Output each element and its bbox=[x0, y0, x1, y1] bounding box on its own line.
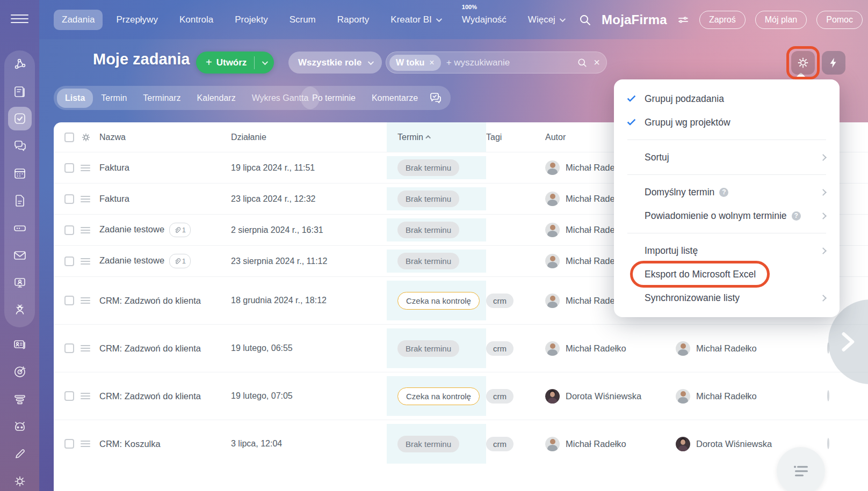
select-all-checkbox[interactable] bbox=[64, 133, 74, 142]
topbar-tab-kreator-bi[interactable]: Kreator BI bbox=[382, 10, 449, 30]
list-view-fab[interactable] bbox=[777, 447, 825, 491]
table-settings-gear-icon[interactable] bbox=[81, 132, 91, 143]
row-checkbox[interactable] bbox=[64, 439, 74, 449]
status-circle[interactable] bbox=[827, 390, 829, 401]
task-name[interactable]: CRM: Zadzwoń do klienta bbox=[99, 391, 201, 401]
deadline-pill[interactable]: Brak terminu bbox=[397, 253, 459, 269]
sidebar-item-feed[interactable] bbox=[8, 78, 32, 105]
comments-check-icon[interactable] bbox=[428, 91, 442, 105]
view-tab-lista[interactable]: Lista bbox=[57, 89, 93, 108]
status-circle[interactable] bbox=[827, 438, 829, 449]
sidebar-item-chat[interactable] bbox=[8, 132, 32, 159]
table-row[interactable]: CRM: Zadzwoń do klienta 19 lutego, 06:55… bbox=[54, 324, 868, 372]
deadline-pill[interactable]: Brak terminu bbox=[397, 436, 459, 452]
avatar[interactable] bbox=[545, 437, 560, 451]
menu-icon[interactable] bbox=[11, 12, 28, 24]
tag-badge[interactable]: crm bbox=[486, 294, 513, 308]
row-checkbox[interactable] bbox=[64, 194, 74, 204]
remove-filter-icon[interactable]: × bbox=[429, 58, 434, 68]
sidebar-item-network[interactable] bbox=[8, 50, 32, 78]
search-input[interactable] bbox=[441, 57, 577, 68]
col-header-nazwa[interactable]: Nazwa bbox=[99, 133, 231, 142]
col-header-termin[interactable]: Termin bbox=[387, 122, 486, 152]
task-name[interactable]: CRM: Zadzwoń do klienta bbox=[99, 296, 201, 305]
row-checkbox[interactable] bbox=[64, 296, 74, 305]
deadline-pill[interactable]: Brak terminu bbox=[397, 159, 459, 176]
sidebar-item-mail[interactable] bbox=[8, 241, 32, 269]
clear-search-icon[interactable]: × bbox=[594, 56, 600, 69]
create-button[interactable]: +Utwórz bbox=[196, 52, 274, 74]
view-tab-termin[interactable]: Termin bbox=[93, 89, 135, 108]
tag-badge[interactable]: crm bbox=[486, 437, 513, 451]
col-header-tagi[interactable]: Tagi bbox=[486, 133, 545, 142]
topbar-tab-raporty[interactable]: Raporty bbox=[329, 10, 378, 30]
search-icon[interactable] bbox=[578, 13, 592, 27]
drag-handle-icon[interactable] bbox=[81, 345, 90, 351]
drag-handle-icon[interactable] bbox=[81, 297, 90, 304]
create-dropdown-caret[interactable] bbox=[255, 61, 274, 65]
avatar[interactable] bbox=[545, 294, 560, 308]
row-checkbox[interactable] bbox=[64, 163, 74, 173]
task-name[interactable]: CRM: Koszulka bbox=[99, 439, 161, 449]
sidebar-item-tasks[interactable] bbox=[8, 107, 32, 130]
roles-filter-button[interactable]: Wszystkie role bbox=[288, 52, 382, 74]
menu-item-sortuj[interactable]: Sortuj bbox=[614, 145, 840, 169]
sidebar-item-documents[interactable] bbox=[8, 187, 32, 214]
topbar-tab-scrum[interactable]: Scrum bbox=[281, 10, 324, 30]
task-name[interactable]: Faktura bbox=[99, 194, 129, 203]
row-checkbox[interactable] bbox=[64, 343, 74, 353]
topbar-tab-projekty[interactable]: Projekty bbox=[227, 10, 276, 30]
topbar-tab-więcej[interactable]: Więcej bbox=[520, 10, 572, 30]
drag-handle-icon[interactable] bbox=[81, 441, 90, 447]
task-name[interactable]: CRM: Zadzwoń do klienta bbox=[99, 343, 201, 353]
avatar[interactable] bbox=[676, 341, 690, 356]
sidebar-item-sites[interactable] bbox=[8, 440, 32, 467]
deadline-pill[interactable]: Brak terminu bbox=[397, 190, 459, 207]
deadline-pill[interactable]: Brak terminu bbox=[397, 222, 459, 238]
menu-item-domyślny-termin[interactable]: Domyślny termin bbox=[614, 180, 840, 204]
sidebar-item-goals[interactable] bbox=[8, 358, 32, 385]
avatar[interactable] bbox=[545, 389, 560, 404]
topbar-tab-zadania[interactable]: Zadania bbox=[54, 10, 103, 30]
menu-item-synchronizowanie-listy[interactable]: Synchronizowanie listy bbox=[614, 286, 840, 310]
table-row[interactable]: CRM: Koszulka 3 lipca, 12:04 Brak termin… bbox=[54, 420, 868, 467]
sidebar-item-video[interactable] bbox=[8, 269, 32, 296]
table-row[interactable]: CRM: Zadzwoń do klienta 19 lutego, 07:05… bbox=[54, 372, 868, 420]
search-filter-bar[interactable]: W toku × × bbox=[386, 52, 607, 74]
col-header-dzialanie[interactable]: Działanie bbox=[231, 133, 387, 142]
row-checkbox[interactable] bbox=[64, 391, 74, 401]
sidebar-item-people[interactable] bbox=[8, 296, 32, 324]
tag-badge[interactable]: crm bbox=[486, 389, 513, 404]
deadline-pill[interactable]: Brak terminu bbox=[397, 340, 459, 357]
view-tab-komentarze[interactable]: Komentarze bbox=[364, 89, 426, 108]
menu-item-grupuj-wg-projektów[interactable]: Grupuj wg projektów bbox=[614, 111, 840, 134]
help-icon[interactable] bbox=[719, 188, 728, 197]
drag-handle-icon[interactable] bbox=[81, 165, 90, 171]
search-icon[interactable] bbox=[576, 57, 588, 69]
drag-handle-icon[interactable] bbox=[81, 258, 90, 265]
menu-item-eksport-do-microsoft-excel[interactable]: Eksport do Microsoft Excel bbox=[614, 262, 840, 286]
list-settings-gear-button[interactable] bbox=[791, 51, 815, 75]
sidebar-item-calendar[interactable] bbox=[8, 159, 32, 187]
sidebar-item-drive[interactable] bbox=[8, 214, 32, 241]
sort-ascending-icon[interactable] bbox=[425, 135, 431, 141]
my-plan-button[interactable]: Mój plan bbox=[755, 11, 807, 29]
tag-badge[interactable]: crm bbox=[486, 341, 513, 356]
menu-item-powiadomienie-o-wolnym-terminie[interactable]: Powiadomienie o wolnym terminie bbox=[614, 204, 840, 228]
automation-bolt-button[interactable] bbox=[822, 51, 845, 75]
drag-handle-icon[interactable] bbox=[81, 196, 90, 202]
avatar[interactable] bbox=[676, 437, 690, 451]
avatar[interactable] bbox=[545, 192, 560, 206]
drag-handle-icon[interactable] bbox=[81, 227, 90, 233]
help-icon[interactable] bbox=[792, 211, 801, 221]
invite-button[interactable]: Zaproś bbox=[699, 11, 746, 29]
avatar[interactable] bbox=[545, 341, 560, 356]
topbar-tab-wydajność[interactable]: 100% Wydajność bbox=[454, 10, 515, 30]
avatar[interactable] bbox=[545, 160, 560, 175]
task-name[interactable]: Faktura bbox=[99, 163, 129, 172]
topbar-tab-kontrola[interactable]: Kontrola bbox=[171, 10, 221, 30]
avatar[interactable] bbox=[545, 254, 560, 268]
deadline-pill[interactable]: Czeka na kontrolę bbox=[397, 292, 480, 310]
task-name[interactable]: Zadanie testowe bbox=[99, 255, 164, 265]
deadline-pill[interactable]: Czeka na kontrolę bbox=[397, 387, 480, 405]
